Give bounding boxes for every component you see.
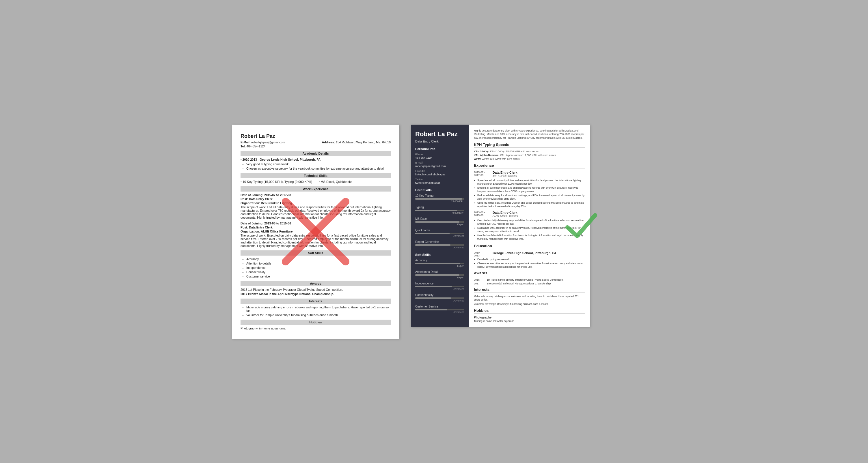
skill-bar-bg-0 — [415, 198, 464, 200]
exp-bullet-1-0: Spearheaded all data entry duties and re… — [477, 179, 585, 186]
edu-dates-1: 2010 - 2013 — [474, 251, 490, 257]
edu-school-1: George Lewis High School, Pittsburgh, PA — [493, 251, 556, 255]
awards-main-title: Awards — [474, 271, 585, 276]
skill-typing: Typing 9,000 KPH — [415, 206, 464, 214]
award-row-2: 2017 Bronze Medal in the April Nitrotype… — [474, 282, 585, 285]
soft-skill-4: Confidentiality — [246, 270, 391, 274]
linkedin-label: LinkedIn — [415, 170, 464, 172]
right-title: Data Entry Clerk — [415, 140, 464, 143]
twitter-value: twitter.com/boblapaz — [415, 181, 464, 184]
award-row-1: 2016 1st Place in the February Typeracer… — [474, 278, 585, 281]
work2-date: Date of Joining: 2013-06 to 2015-06 — [241, 222, 391, 225]
soft-confidentiality: Confidentiality Advanced — [415, 293, 464, 302]
soft-independence: Independence Advanced — [415, 282, 464, 291]
work1-org: Organization: Ben Franklin Lighting — [241, 201, 391, 205]
interest-2: Volunteer for Temple University's fundra… — [246, 313, 391, 317]
left-contact-row: E-Mail: robertqlapaz@gmail.com Tel: 484-… — [241, 140, 391, 148]
skill-bar-fill-1 — [415, 210, 457, 211]
exp-bullets-1: Spearheaded all data entry duties and re… — [477, 179, 585, 208]
exp-bullet-1-3: Used MS Office daily, including Outlook … — [477, 201, 585, 208]
right-resume: Robert La Paz Data Entry Clerk Personal … — [411, 125, 590, 327]
skill-bar-fill-4 — [415, 244, 451, 246]
right-main-content: Highly accurate data entry clerk with 5 … — [469, 125, 590, 327]
kph-1: KPH 10-Key: KPH 10-Key: 15,000 KPH with … — [474, 150, 585, 153]
right-sidebar: Robert La Paz Data Entry Clerk Personal … — [411, 125, 469, 327]
academic-header: Academic Details — [241, 151, 391, 156]
academic-entry: • 2010-2013 - George Lewis High School, … — [241, 158, 391, 161]
right-summary: Highly accurate data entry clerk with 5 … — [474, 129, 585, 140]
exp-title-block-2: Data Entry Clerk ALHE Office Furniture — [493, 211, 518, 218]
work-block-2: Date of Joining: 2013-06 to 2015-06 Post… — [241, 222, 391, 247]
soft-skills-list: Accuracy Attention to details Independen… — [246, 257, 391, 278]
kph-2: KPH Alpha-Numeric: KPH Alpha-Numeric: 9,… — [474, 154, 585, 157]
left-name: Robert La Paz — [241, 133, 391, 139]
edu-bullets-1: Excelled in typing coursework. Chosen as… — [477, 258, 585, 269]
edu-bullet-0: Excelled in typing coursework. — [477, 258, 585, 261]
exp-bullet-1-2: Performed data entry for all invoices, m… — [477, 194, 585, 201]
left-email-line: E-Mail: robertqlapaz@gmail.com — [241, 140, 285, 144]
awards-header: Awards — [241, 281, 391, 286]
main-container: Robert La Paz E-Mail: robertqlapaz@gmail… — [232, 125, 636, 339]
skill-bar-fill-3 — [415, 233, 450, 234]
interest-main-2: Volunteer for Temple University's fundra… — [474, 303, 585, 306]
personal-info-title: Personal Info — [415, 147, 464, 151]
skill-quickbooks: Quickbooks Advanced — [415, 229, 464, 237]
soft-customer: Customer Service Advanced — [415, 305, 464, 313]
soft-skill-1: Accuracy — [246, 257, 391, 261]
experience-title: Experience — [474, 163, 585, 168]
interests-list: Make side money catching errors in ebook… — [246, 305, 391, 317]
exp-dates-2: 2013-06 - 2015-06 — [474, 211, 490, 218]
skill-bar-fill-2 — [415, 221, 459, 223]
edu-bullet-1: Chosen as executive secretary for the ye… — [477, 262, 585, 269]
edu-school-block: George Lewis High School, Pittsburgh, PA — [493, 251, 556, 257]
exp-block-1: 2015-07 - 2017-08 Data Entry Clerk Ben F… — [474, 171, 585, 208]
interests-main-title: Interests — [474, 287, 585, 293]
academic-bullet-2: Chosen as executive secretary for the ye… — [246, 167, 391, 170]
exp-header-2: 2013-06 - 2015-06 Data Entry Clerk ALHE … — [474, 211, 585, 218]
exp-bullet-2-0: Executed on daily data-entry responsibil… — [477, 219, 585, 226]
right-technical-skill: • MS Excel, Quickbooks — [318, 180, 391, 184]
left-resume: Robert La Paz E-Mail: robertqlapaz@gmail… — [232, 125, 399, 339]
soft-skill-5: Customer service — [246, 275, 391, 278]
skill-bar-bg-4 — [415, 244, 464, 246]
skill-bar-bg-2 — [415, 221, 464, 223]
email-label: E-mail — [415, 161, 464, 164]
skill-bar-bg-3 — [415, 233, 464, 234]
exp-company-1: Ben Franklin Lighting — [493, 174, 518, 177]
work1-date: Date of Joining: 2015-07 to 2017-08 — [241, 193, 391, 197]
work2-org: Organization: ALHE Office Furniture — [241, 230, 391, 233]
exp-block-2: 2013-06 - 2015-06 Data Entry Clerk ALHE … — [474, 211, 585, 240]
technical-skills-row: • 10 Key Typing (15,000 KPH), Typing (9,… — [241, 180, 391, 184]
work1-post: Post: Data Entry Clerk — [241, 197, 391, 201]
academic-bullet-1: Very good at typing coursework — [246, 162, 391, 166]
left-technical-skill: • 10 Key Typing (15,000 KPH), Typing (9,… — [241, 180, 313, 184]
right-name: Robert La Paz — [415, 130, 464, 138]
edu-header-1: 2010 - 2013 George Lewis High School, Pi… — [474, 251, 585, 257]
interest-main-1: Make side money catching errors in ebook… — [474, 295, 585, 302]
skill-report: Report Generation Advanced — [415, 240, 464, 249]
soft-attention: Attention to Detail Expert — [415, 270, 464, 279]
work-header: Work Experience — [241, 186, 391, 192]
skill-10key: 10 Key Typing 15,000 KPH — [415, 194, 464, 203]
kph-3: WPM: WPM: 120 WPM with zero errors — [474, 158, 585, 160]
award-text-2: Bronze Medal in the April Nitrotype Nati… — [487, 282, 551, 285]
award-2: 2017 Bronze Medal in the April Nitrotype… — [241, 292, 391, 296]
technical-header: Technical Skills — [241, 173, 391, 178]
hobby-2: Tending in-home salt water aquarium — [474, 320, 585, 323]
soft-skills-header: Soft Skills — [241, 251, 391, 256]
award-1: 2016 1st Place in the February Typeracer… — [241, 288, 391, 291]
work2-scope: The scope of work: Executed on daily dat… — [241, 234, 391, 247]
interest-1: Make side money catching errors in ebook… — [246, 305, 391, 312]
work1-scope: The scope of work: Led all data entry du… — [241, 205, 391, 219]
exp-bullet-1-1: Entered all customer orders and shipping… — [477, 186, 585, 193]
soft-skill-3: Independence — [246, 266, 391, 269]
phone-label: Phone — [415, 153, 464, 156]
hobbies-main-title: Hobbies — [474, 308, 585, 313]
hobby-1: Photography — [474, 316, 585, 319]
phone-value: 484-654-1124 — [415, 156, 464, 159]
academic-bullets: Very good at typing coursework Chosen as… — [246, 162, 391, 170]
email-value: robertqlapaz@gmail.com — [415, 164, 464, 168]
linkedin-value: linkedin.com/in/boblapaz — [415, 173, 464, 176]
exp-title-1: Data Entry Clerk — [493, 171, 518, 174]
twitter-label: Twitter — [415, 178, 464, 181]
